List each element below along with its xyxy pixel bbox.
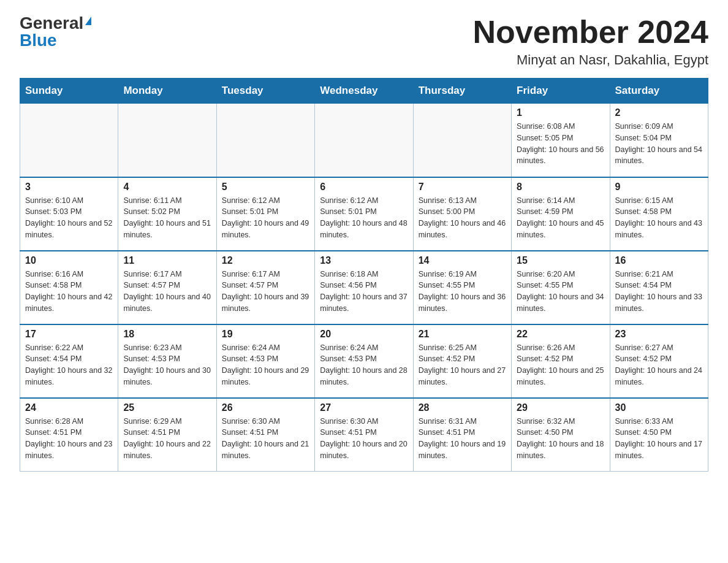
calendar-cell: 8Sunrise: 6:14 AM Sunset: 4:59 PM Daylig…	[512, 177, 610, 251]
calendar-week-row: 24Sunrise: 6:28 AM Sunset: 4:51 PM Dayli…	[20, 398, 708, 472]
day-info: Sunrise: 6:24 AM Sunset: 4:53 PM Dayligh…	[222, 342, 309, 388]
calendar-table: Sunday Monday Tuesday Wednesday Thursday…	[20, 78, 708, 472]
day-number: 21	[419, 329, 506, 340]
day-number: 4	[123, 182, 211, 193]
calendar-cell	[118, 104, 216, 177]
day-info: Sunrise: 6:17 AM Sunset: 4:57 PM Dayligh…	[123, 269, 211, 315]
header-wednesday: Wednesday	[315, 79, 413, 104]
day-info: Sunrise: 6:09 AM Sunset: 5:04 PM Dayligh…	[615, 121, 703, 167]
day-info: Sunrise: 6:23 AM Sunset: 4:53 PM Dayligh…	[123, 342, 211, 388]
header-saturday: Saturday	[610, 79, 708, 104]
day-number: 27	[320, 402, 408, 413]
calendar-cell: 24Sunrise: 6:28 AM Sunset: 4:51 PM Dayli…	[20, 398, 118, 472]
calendar-cell	[20, 104, 118, 177]
day-number: 25	[123, 402, 211, 413]
day-info: Sunrise: 6:27 AM Sunset: 4:52 PM Dayligh…	[615, 342, 703, 388]
title-block: November 2024 Minyat an Nasr, Dakahlia, …	[473, 15, 708, 68]
calendar-cell: 3Sunrise: 6:10 AM Sunset: 5:03 PM Daylig…	[20, 177, 118, 251]
location-title: Minyat an Nasr, Dakahlia, Egypt	[473, 52, 708, 68]
day-number: 2	[615, 107, 703, 118]
calendar-cell	[315, 104, 413, 177]
header-thursday: Thursday	[413, 79, 511, 104]
day-info: Sunrise: 6:20 AM Sunset: 4:55 PM Dayligh…	[517, 269, 604, 315]
logo-general-text: General	[20, 15, 83, 32]
day-info: Sunrise: 6:25 AM Sunset: 4:52 PM Dayligh…	[419, 342, 506, 388]
calendar-cell: 22Sunrise: 6:26 AM Sunset: 4:52 PM Dayli…	[512, 324, 610, 398]
day-info: Sunrise: 6:21 AM Sunset: 4:54 PM Dayligh…	[615, 269, 703, 315]
day-number: 24	[25, 402, 113, 413]
day-number: 28	[419, 402, 506, 413]
day-info: Sunrise: 6:12 AM Sunset: 5:01 PM Dayligh…	[320, 195, 408, 241]
day-number: 23	[615, 329, 703, 340]
calendar-week-row: 10Sunrise: 6:16 AM Sunset: 4:58 PM Dayli…	[20, 251, 708, 324]
day-info: Sunrise: 6:24 AM Sunset: 4:53 PM Dayligh…	[320, 342, 408, 388]
day-info: Sunrise: 6:30 AM Sunset: 4:51 PM Dayligh…	[320, 416, 408, 462]
day-number: 10	[25, 255, 113, 266]
day-info: Sunrise: 6:16 AM Sunset: 4:58 PM Dayligh…	[25, 269, 113, 315]
calendar-cell: 23Sunrise: 6:27 AM Sunset: 4:52 PM Dayli…	[610, 324, 708, 398]
day-info: Sunrise: 6:12 AM Sunset: 5:01 PM Dayligh…	[222, 195, 309, 241]
calendar-cell: 28Sunrise: 6:31 AM Sunset: 4:51 PM Dayli…	[413, 398, 511, 472]
calendar-cell: 27Sunrise: 6:30 AM Sunset: 4:51 PM Dayli…	[315, 398, 413, 472]
day-number: 7	[419, 182, 506, 193]
day-number: 14	[419, 255, 506, 266]
day-info: Sunrise: 6:30 AM Sunset: 4:51 PM Dayligh…	[222, 416, 309, 462]
calendar-cell: 26Sunrise: 6:30 AM Sunset: 4:51 PM Dayli…	[216, 398, 314, 472]
calendar-cell: 16Sunrise: 6:21 AM Sunset: 4:54 PM Dayli…	[610, 251, 708, 324]
day-number: 11	[123, 255, 211, 266]
day-info: Sunrise: 6:13 AM Sunset: 5:00 PM Dayligh…	[419, 195, 506, 241]
day-info: Sunrise: 6:17 AM Sunset: 4:57 PM Dayligh…	[222, 269, 309, 315]
day-number: 8	[517, 182, 604, 193]
month-title: November 2024	[473, 15, 708, 50]
day-info: Sunrise: 6:08 AM Sunset: 5:05 PM Dayligh…	[517, 121, 604, 167]
day-info: Sunrise: 6:15 AM Sunset: 4:58 PM Dayligh…	[615, 195, 703, 241]
calendar-cell: 7Sunrise: 6:13 AM Sunset: 5:00 PM Daylig…	[413, 177, 511, 251]
calendar-cell: 5Sunrise: 6:12 AM Sunset: 5:01 PM Daylig…	[216, 177, 314, 251]
day-number: 29	[517, 402, 604, 413]
calendar-week-row: 1Sunrise: 6:08 AM Sunset: 5:05 PM Daylig…	[20, 104, 708, 177]
calendar-cell: 6Sunrise: 6:12 AM Sunset: 5:01 PM Daylig…	[315, 177, 413, 251]
day-number: 12	[222, 255, 309, 266]
calendar-cell: 4Sunrise: 6:11 AM Sunset: 5:02 PM Daylig…	[118, 177, 216, 251]
calendar-cell: 10Sunrise: 6:16 AM Sunset: 4:58 PM Dayli…	[20, 251, 118, 324]
calendar-cell	[413, 104, 511, 177]
calendar-cell: 30Sunrise: 6:33 AM Sunset: 4:50 PM Dayli…	[610, 398, 708, 472]
logo: General Blue	[20, 15, 91, 49]
calendar-week-row: 3Sunrise: 6:10 AM Sunset: 5:03 PM Daylig…	[20, 177, 708, 251]
day-number: 30	[615, 402, 703, 413]
logo-blue-text: Blue	[20, 32, 57, 49]
day-number: 13	[320, 255, 408, 266]
page-header: General Blue November 2024 Minyat an Nas…	[20, 15, 708, 68]
calendar-cell: 20Sunrise: 6:24 AM Sunset: 4:53 PM Dayli…	[315, 324, 413, 398]
day-number: 16	[615, 255, 703, 266]
header-monday: Monday	[118, 79, 216, 104]
day-info: Sunrise: 6:29 AM Sunset: 4:51 PM Dayligh…	[123, 416, 211, 462]
day-info: Sunrise: 6:14 AM Sunset: 4:59 PM Dayligh…	[517, 195, 604, 241]
day-number: 20	[320, 329, 408, 340]
day-number: 19	[222, 329, 309, 340]
day-info: Sunrise: 6:26 AM Sunset: 4:52 PM Dayligh…	[517, 342, 604, 388]
calendar-cell: 13Sunrise: 6:18 AM Sunset: 4:56 PM Dayli…	[315, 251, 413, 324]
day-number: 22	[517, 329, 604, 340]
calendar-cell: 25Sunrise: 6:29 AM Sunset: 4:51 PM Dayli…	[118, 398, 216, 472]
calendar-cell	[216, 104, 314, 177]
header-tuesday: Tuesday	[216, 79, 314, 104]
day-info: Sunrise: 6:10 AM Sunset: 5:03 PM Dayligh…	[25, 195, 113, 241]
day-number: 26	[222, 402, 309, 413]
calendar-cell: 17Sunrise: 6:22 AM Sunset: 4:54 PM Dayli…	[20, 324, 118, 398]
day-info: Sunrise: 6:32 AM Sunset: 4:50 PM Dayligh…	[517, 416, 604, 462]
day-info: Sunrise: 6:11 AM Sunset: 5:02 PM Dayligh…	[123, 195, 211, 241]
calendar-cell: 9Sunrise: 6:15 AM Sunset: 4:58 PM Daylig…	[610, 177, 708, 251]
day-number: 9	[615, 182, 703, 193]
day-info: Sunrise: 6:28 AM Sunset: 4:51 PM Dayligh…	[25, 416, 113, 462]
calendar-cell: 15Sunrise: 6:20 AM Sunset: 4:55 PM Dayli…	[512, 251, 610, 324]
calendar-cell: 18Sunrise: 6:23 AM Sunset: 4:53 PM Dayli…	[118, 324, 216, 398]
calendar-cell: 2Sunrise: 6:09 AM Sunset: 5:04 PM Daylig…	[610, 104, 708, 177]
day-number: 17	[25, 329, 113, 340]
day-number: 1	[517, 107, 604, 118]
day-info: Sunrise: 6:18 AM Sunset: 4:56 PM Dayligh…	[320, 269, 408, 315]
calendar-week-row: 17Sunrise: 6:22 AM Sunset: 4:54 PM Dayli…	[20, 324, 708, 398]
day-number: 3	[25, 182, 113, 193]
header-friday: Friday	[512, 79, 610, 104]
header-sunday: Sunday	[20, 79, 118, 104]
